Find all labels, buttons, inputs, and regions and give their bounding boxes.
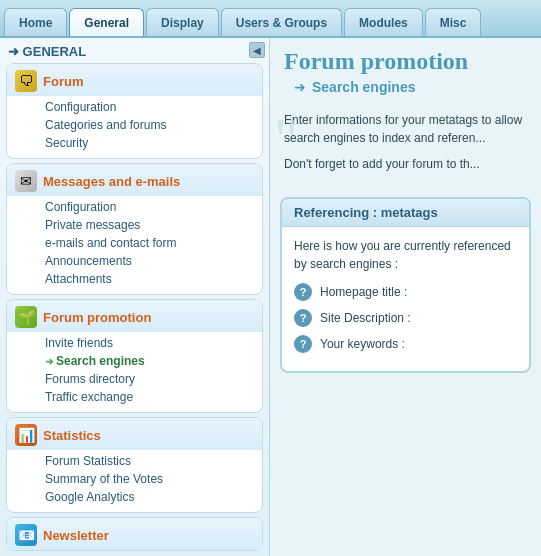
metatags-field-homepage-title: ? Homepage title : xyxy=(294,283,517,301)
sidebar-section-messages-items: Configuration Private messages e-mails a… xyxy=(7,196,262,294)
sidebar-section-newsletter: 📧 Newsletter xyxy=(6,517,263,551)
metatags-intro-line2: by search engines : xyxy=(294,255,517,273)
sidebar-item-configuration[interactable]: Configuration xyxy=(41,98,258,116)
tab-misc[interactable]: Misc xyxy=(425,8,482,36)
content-subtitle-text: Search engines xyxy=(312,79,416,95)
metatags-intro-line1: Here is how you are currently referenced xyxy=(294,237,517,255)
general-arrow-icon: ➜ GENERAL xyxy=(8,44,86,59)
sidebar-section-forum: 🗨 Forum Configuration Categories and for… xyxy=(6,63,263,159)
sidebar-section-messages: ✉ Messages and e-mails Configuration Pri… xyxy=(6,163,263,295)
sidebar-item-google-analytics[interactable]: Google Analytics xyxy=(41,488,258,506)
page-title: Forum promotion xyxy=(284,48,527,75)
sidebar-item-categories-forums[interactable]: Categories and forums xyxy=(41,116,258,134)
sidebar-section-newsletter-title: Newsletter xyxy=(43,528,109,543)
sidebar-item-configuration2[interactable]: Configuration xyxy=(41,198,258,216)
sidebar-section-statistics: 📊 Statistics Forum Statistics Summary of… xyxy=(6,417,263,513)
tab-users-groups[interactable]: Users & Groups xyxy=(221,8,342,36)
tab-bar: Home General Display Users & Groups Modu… xyxy=(0,0,541,38)
content-description: " Enter informations for your metatags t… xyxy=(270,101,541,191)
sidebar-item-announcements[interactable]: Announcements xyxy=(41,252,258,270)
tab-modules[interactable]: Modules xyxy=(344,8,423,36)
sidebar-section-forum-items: Configuration Categories and forums Secu… xyxy=(7,96,262,158)
help-icon-homepage-title[interactable]: ? xyxy=(294,283,312,301)
sidebar-general-label: ➜ GENERAL xyxy=(0,38,269,63)
promotion-icon: 🌱 xyxy=(15,306,37,328)
sidebar-section-promotion-title: Forum promotion xyxy=(43,310,151,325)
content-header: Forum promotion ➜ Search engines xyxy=(270,38,541,101)
newsletter-icon: 📧 xyxy=(15,524,37,546)
sidebar-section-messages-header[interactable]: ✉ Messages and e-mails xyxy=(7,164,262,196)
sidebar-item-traffic-exchange[interactable]: Traffic exchange xyxy=(41,388,258,406)
tab-general[interactable]: General xyxy=(69,8,144,36)
tab-display[interactable]: Display xyxy=(146,8,219,36)
metatags-label-site-description: Site Description : xyxy=(320,309,411,327)
metatags-box: Referencing : metatags Here is how you a… xyxy=(280,197,531,373)
sidebar-item-summary-votes[interactable]: Summary of the Votes xyxy=(41,470,258,488)
metatags-field-keywords: ? Your keywords : xyxy=(294,335,517,353)
help-icon-site-description[interactable]: ? xyxy=(294,309,312,327)
sidebar-item-private-messages[interactable]: Private messages xyxy=(41,216,258,234)
sidebar-section-statistics-title: Statistics xyxy=(43,428,101,443)
help-icon-keywords[interactable]: ? xyxy=(294,335,312,353)
main-layout: ◀ ➜ GENERAL 🗨 Forum Configuration Catego… xyxy=(0,38,541,556)
sidebar-item-emails-contact[interactable]: e-mails and contact form xyxy=(41,234,258,252)
sidebar-item-search-engines[interactable]: Search engines xyxy=(41,352,258,370)
sidebar-item-attachments[interactable]: Attachments xyxy=(41,270,258,288)
metatags-header: Referencing : metatags xyxy=(282,199,529,227)
messages-icon: ✉ xyxy=(15,170,37,192)
tab-home[interactable]: Home xyxy=(4,8,67,36)
sidebar-section-statistics-items: Forum Statistics Summary of the Votes Go… xyxy=(7,450,262,512)
metatags-intro: Here is how you are currently referenced… xyxy=(294,237,517,273)
subtitle-arrow-icon: ➜ xyxy=(294,79,306,95)
forum-icon: 🗨 xyxy=(15,70,37,92)
metatags-content: Here is how you are currently referenced… xyxy=(282,227,529,371)
quote-mark-icon: " xyxy=(274,109,299,169)
sidebar-section-statistics-header[interactable]: 📊 Statistics xyxy=(7,418,262,450)
sidebar-item-forums-directory[interactable]: Forums directory xyxy=(41,370,258,388)
sidebar-section-promotion-items: Invite friends Search engines Forums dir… xyxy=(7,332,262,412)
sidebar-collapse-button[interactable]: ◀ xyxy=(249,42,265,58)
sidebar-item-security[interactable]: Security xyxy=(41,134,258,152)
sidebar-section-newsletter-header[interactable]: 📧 Newsletter xyxy=(7,518,262,550)
statistics-icon: 📊 xyxy=(15,424,37,446)
metatags-field-site-description: ? Site Description : xyxy=(294,309,517,327)
description-text-1: Enter informations for your metatags to … xyxy=(284,111,527,147)
sidebar: ◀ ➜ GENERAL 🗨 Forum Configuration Catego… xyxy=(0,38,270,556)
metatags-label-keywords: Your keywords : xyxy=(320,335,405,353)
sidebar-section-promotion-header[interactable]: 🌱 Forum promotion xyxy=(7,300,262,332)
sidebar-section-forum-header[interactable]: 🗨 Forum xyxy=(7,64,262,96)
description-text-2: Don't forget to add your forum to th... xyxy=(284,155,527,173)
metatags-label-homepage-title: Homepage title : xyxy=(320,283,407,301)
sidebar-section-promotion: 🌱 Forum promotion Invite friends Search … xyxy=(6,299,263,413)
content-area: Forum promotion ➜ Search engines " Enter… xyxy=(270,38,541,556)
sidebar-item-invite-friends[interactable]: Invite friends xyxy=(41,334,258,352)
sidebar-item-forum-statistics[interactable]: Forum Statistics xyxy=(41,452,258,470)
sidebar-section-messages-title: Messages and e-mails xyxy=(43,174,180,189)
sidebar-section-forum-title: Forum xyxy=(43,74,83,89)
content-subtitle: ➜ Search engines xyxy=(284,79,527,95)
